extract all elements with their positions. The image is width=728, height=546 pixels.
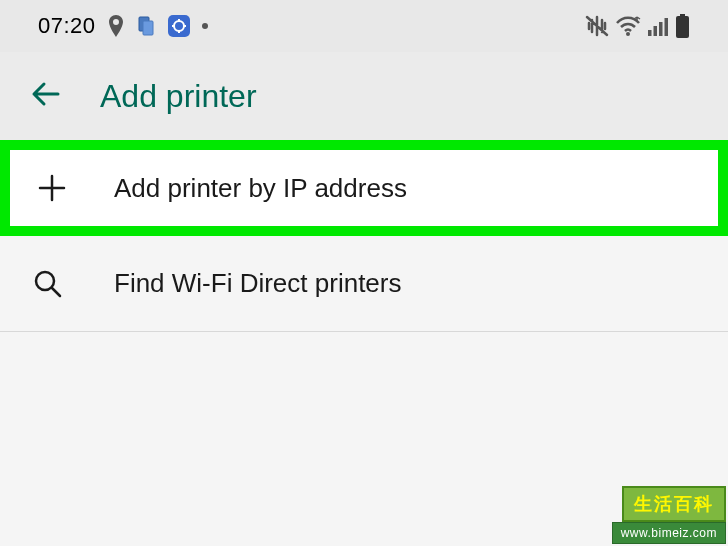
svg-rect-1 bbox=[143, 21, 153, 35]
svg-rect-6 bbox=[648, 30, 652, 36]
status-time: 07:20 bbox=[38, 13, 96, 39]
svg-rect-8 bbox=[659, 22, 663, 36]
status-left: 07:20 bbox=[38, 13, 208, 39]
wifi-icon bbox=[615, 15, 641, 37]
status-bar: 07:20 bbox=[0, 0, 728, 52]
dot-icon bbox=[202, 23, 208, 29]
plus-icon bbox=[34, 173, 70, 203]
watermark: 生活百科 www.bimeiz.com bbox=[612, 486, 726, 544]
svg-rect-2 bbox=[168, 15, 190, 37]
status-right bbox=[585, 14, 690, 38]
watermark-url: www.bimeiz.com bbox=[612, 522, 726, 544]
battery-icon bbox=[675, 14, 690, 38]
app-header: Add printer bbox=[0, 52, 728, 140]
location-icon bbox=[108, 15, 124, 37]
svg-point-5 bbox=[626, 32, 630, 36]
signal-icon bbox=[647, 16, 669, 36]
back-arrow-icon[interactable] bbox=[30, 78, 62, 114]
app-icon-1 bbox=[136, 16, 156, 36]
svg-point-4 bbox=[202, 23, 208, 29]
svg-rect-11 bbox=[676, 16, 689, 38]
app-icon-2 bbox=[168, 15, 190, 37]
vibrate-icon bbox=[585, 15, 609, 37]
watermark-text: 生活百科 bbox=[622, 486, 726, 522]
svg-rect-7 bbox=[654, 26, 658, 36]
find-wifi-direct-row[interactable]: Find Wi-Fi Direct printers bbox=[0, 236, 728, 332]
svg-rect-9 bbox=[665, 18, 669, 36]
page-title: Add printer bbox=[100, 78, 257, 115]
search-icon bbox=[30, 269, 66, 299]
add-printer-by-ip-row[interactable]: Add printer by IP address bbox=[0, 140, 728, 236]
find-wifi-direct-label: Find Wi-Fi Direct printers bbox=[114, 268, 401, 299]
add-by-ip-label: Add printer by IP address bbox=[114, 173, 407, 204]
